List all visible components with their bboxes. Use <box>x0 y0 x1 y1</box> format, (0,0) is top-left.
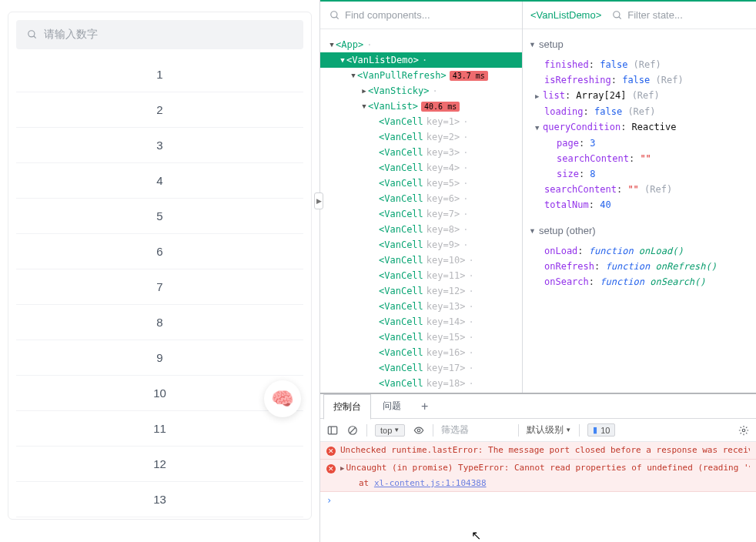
state-row[interactable]: ▼queryCondition: Reactive <box>529 119 750 136</box>
tree-node-cell[interactable]: <VanCellkey=6>· <box>320 191 522 206</box>
svg-point-11 <box>742 429 745 432</box>
tree-node-cell[interactable]: <VanCellkey=7>· <box>320 206 522 222</box>
tree-node-cell[interactable]: <VanCellkey=2>· <box>320 129 522 145</box>
state-row[interactable]: finished: false (Ref) <box>529 57 750 72</box>
tree-node-cell[interactable]: <VanCellkey=17>· <box>320 360 522 376</box>
console-error-row[interactable]: ✕ Unchecked runtime.lastError: The messa… <box>320 442 756 460</box>
error-icon: ✕ <box>326 447 336 456</box>
tree-node-vanlistdemo[interactable]: ▼<VanListDemo>· <box>320 52 522 68</box>
list-item[interactable]: 1 <box>16 57 303 92</box>
component-search[interactable]: Find components... <box>320 2 522 29</box>
filter-state-placeholder: Filter state... <box>627 9 683 21</box>
tab-add[interactable]: + <box>413 396 437 417</box>
tree-node-list[interactable]: ▼<VanList>40.6 ms <box>320 99 522 114</box>
tree-node-cell[interactable]: <VanCellkey=5>· <box>320 176 522 191</box>
state-header: <VanListDemo> Filter state... <box>523 2 756 29</box>
console-body[interactable]: ✕ Unchecked runtime.lastError: The messa… <box>320 442 756 542</box>
search-icon <box>329 10 340 21</box>
toggle-sidebar-icon[interactable] <box>326 424 339 437</box>
tree-node-cell[interactable]: <VanCellkey=13>· <box>320 299 522 314</box>
list-item[interactable]: 8 <box>16 305 303 340</box>
list-item[interactable]: 10 <box>16 376 303 411</box>
list-item[interactable]: 3 <box>16 128 303 163</box>
svg-line-1 <box>34 36 36 38</box>
error-icon: ✕ <box>326 464 336 473</box>
state-row[interactable]: page: 3 <box>529 136 750 151</box>
tree-node-cell[interactable]: <VanCellkey=9>· <box>320 237 522 253</box>
context-select[interactable]: top▼ <box>375 424 405 437</box>
log-level-select[interactable]: 默认级别▼ <box>527 423 571 437</box>
floating-action-button[interactable]: 🧠 <box>264 380 301 417</box>
state-row[interactable]: searchContent: "" (Ref) <box>529 182 750 197</box>
console-error-row[interactable]: ✕ ▶Uncaught (in promise) TypeError: Cann… <box>320 460 756 492</box>
svg-point-10 <box>417 429 420 432</box>
state-row[interactable]: size: 8 <box>529 166 750 182</box>
app-preview-panel: 请输入数字 1 2 3 4 5 6 7 8 9 10 11 12 13 14 🧠 <box>0 0 319 542</box>
section-title[interactable]: ▼setup (other) <box>529 223 750 239</box>
splitter-handle[interactable]: ▶ <box>314 192 323 209</box>
app-card: 请输入数字 1 2 3 4 5 6 7 8 9 10 11 12 13 14 <box>8 12 312 520</box>
timing-badge: 40.6 ms <box>421 102 460 112</box>
tree-node-cell[interactable]: <VanCellkey=16>· <box>320 345 522 360</box>
list-item[interactable]: 9 <box>16 340 303 376</box>
svg-point-2 <box>331 11 337 17</box>
list-item[interactable]: 5 <box>16 199 303 234</box>
state-row[interactable]: loading: false (Ref) <box>529 104 750 119</box>
separator <box>579 424 580 437</box>
filter-input[interactable]: 筛选器 <box>441 423 510 437</box>
list-item[interactable]: 6 <box>16 234 303 269</box>
tab-console[interactable]: 控制台 <box>323 394 371 420</box>
tab-issues[interactable]: 问题 <box>373 393 411 419</box>
devtools-panel: ▶ Find components... ▼<App>· ▼<VanListDe… <box>319 0 756 542</box>
tree-node-cell[interactable]: <VanCellkey=14>· <box>320 314 522 330</box>
eye-icon[interactable] <box>413 424 425 437</box>
state-row[interactable]: onLoad: function onLoad() <box>529 243 750 259</box>
separator <box>518 424 519 437</box>
tree-node-cell[interactable]: <VanCellkey=12>· <box>320 283 522 299</box>
component-tree-column: ▶ Find components... ▼<App>· ▼<VanListDe… <box>320 2 523 393</box>
timing-badge: 43.7 ms <box>450 71 488 81</box>
tree-node-app[interactable]: ▼<App>· <box>320 37 522 52</box>
list-item[interactable]: 12 <box>16 447 303 482</box>
error-message: Unchecked runtime.lastError: The message… <box>340 445 750 455</box>
brain-icon: 🧠 <box>271 388 294 410</box>
state-row[interactable]: searchContent: "" <box>529 151 750 166</box>
list-item[interactable]: 14 <box>16 517 303 520</box>
tree-node-cell[interactable]: <VanCellkey=11>· <box>320 268 522 283</box>
state-row[interactable]: isRefreshing: false (Ref) <box>529 72 750 88</box>
svg-line-3 <box>336 16 339 18</box>
breadcrumb-component[interactable]: <VanListDemo> <box>523 9 609 21</box>
tree-node-cell[interactable]: <VanCellkey=15>· <box>320 330 522 345</box>
state-row[interactable]: onRefresh: function onRefresh() <box>529 259 750 274</box>
tree-node-cell[interactable]: <VanCellkey=8>· <box>320 222 522 237</box>
filter-state-input[interactable]: Filter state... <box>609 2 756 29</box>
search-input[interactable]: 请输入数字 <box>16 20 303 49</box>
source-link[interactable]: xl-content.js:1:104388 <box>374 478 487 488</box>
svg-point-0 <box>28 31 35 37</box>
state-row[interactable]: totalNum: 40 <box>529 197 750 212</box>
issue-badge[interactable]: ▮10 <box>587 423 615 437</box>
list-item[interactable]: 11 <box>16 411 303 447</box>
component-tree[interactable]: ▼<App>· ▼<VanListDemo>· ▼<VanPullRefresh… <box>320 29 522 393</box>
list-item[interactable]: 2 <box>16 92 303 128</box>
tree-node-cell[interactable]: <VanCellkey=3>· <box>320 145 522 160</box>
tree-node-cell[interactable]: <VanCellkey=18>· <box>320 376 522 391</box>
state-row[interactable]: ▶list: Array[24] (Ref) <box>529 88 750 104</box>
section-title[interactable]: ▼setup <box>529 37 750 52</box>
tree-node-sticky[interactable]: ▶<VanSticky>· <box>320 83 522 99</box>
tree-node-cell[interactable]: <VanCellkey=1>· <box>320 114 522 129</box>
search-icon <box>27 29 38 40</box>
tree-node-pullrefresh[interactable]: ▼<VanPullRefresh>43.7 ms <box>320 68 522 83</box>
console-prompt[interactable]: › <box>320 492 756 509</box>
settings-icon[interactable] <box>738 424 750 437</box>
list-item[interactable]: 13 <box>16 482 303 517</box>
list-item[interactable]: 7 <box>16 269 303 305</box>
clear-console-icon[interactable] <box>346 424 359 437</box>
state-inspector[interactable]: ▼setup finished: false (Ref) isRefreshin… <box>523 29 756 393</box>
search-icon <box>612 10 623 21</box>
tree-node-cell[interactable]: <VanCellkey=10>· <box>320 253 522 268</box>
list-item[interactable]: 4 <box>16 163 303 199</box>
state-row[interactable]: onSearch: function onSearch() <box>529 274 750 289</box>
svg-rect-6 <box>328 427 336 434</box>
tree-node-cell[interactable]: <VanCellkey=4>· <box>320 160 522 176</box>
